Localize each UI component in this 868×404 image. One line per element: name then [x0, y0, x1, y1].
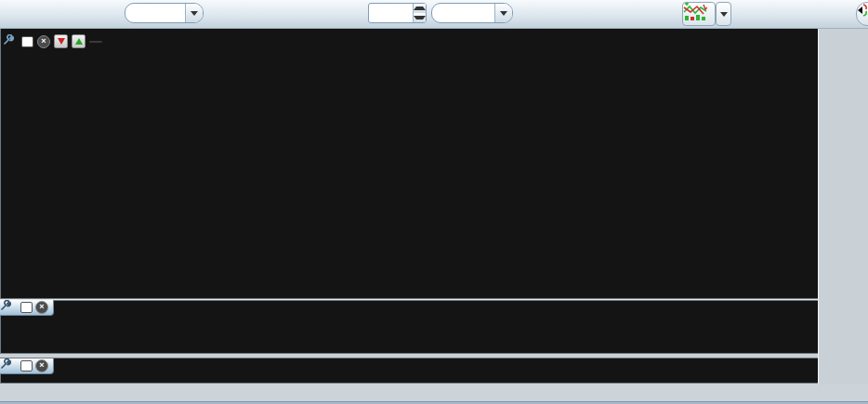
chevron-down-icon[interactable]	[185, 4, 203, 22]
scroll-right-icon	[861, 8, 868, 20]
move-up-button[interactable]	[72, 34, 85, 48]
arrow-down-icon	[58, 38, 65, 45]
timeframe-select[interactable]	[125, 3, 204, 23]
chart-style-icon	[687, 5, 711, 23]
arrow-up-icon	[75, 38, 83, 45]
close-icon[interactable]: ×	[37, 35, 50, 48]
ticks-unit-select[interactable]	[431, 3, 513, 23]
close-icon[interactable]: ×	[35, 359, 48, 372]
chevron-down-icon[interactable]	[494, 4, 512, 22]
toolbar	[0, 0, 868, 29]
chart-style-button[interactable]	[682, 2, 716, 26]
chart-style-dropdown[interactable]	[716, 2, 731, 26]
spinner-down-icon[interactable]	[414, 13, 426, 22]
ticks-count-stepper[interactable]	[368, 3, 427, 23]
stoch-titlebar[interactable]: ×	[0, 358, 54, 374]
chevron-down-icon	[720, 12, 728, 17]
day-high-low-info	[89, 41, 102, 43]
close-icon[interactable]: ×	[35, 301, 48, 314]
rsi-titlebar[interactable]: ×	[0, 300, 54, 316]
chart-canvas[interactable]	[0, 0, 868, 404]
ticks-count-value	[369, 4, 413, 22]
move-down-button[interactable]	[54, 34, 68, 48]
scroll-to-latest-button[interactable]	[856, 2, 868, 26]
window-icon[interactable]	[20, 302, 33, 313]
wrench-icon[interactable]	[7, 36, 18, 47]
window-icon[interactable]	[20, 360, 33, 371]
spinner-up-icon[interactable]	[414, 4, 426, 13]
main-chart-titlebar[interactable]: ×	[3, 34, 102, 48]
window-icon[interactable]	[21, 36, 33, 47]
wrench-icon[interactable]	[7, 360, 18, 371]
wrench-icon[interactable]	[7, 302, 18, 313]
trading-window: × × ×	[0, 0, 868, 404]
